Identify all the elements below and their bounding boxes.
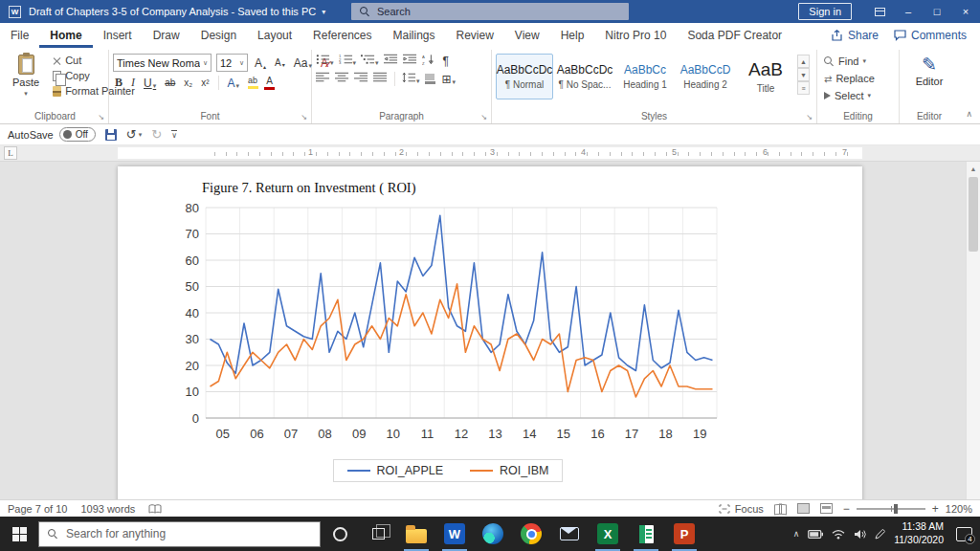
chart-legend[interactable]: ROI_APPLE ROI_IBM — [333, 459, 564, 482]
change-case-button[interactable]: Aa▾ — [292, 56, 314, 70]
action-center-button[interactable]: 4 — [956, 527, 972, 541]
scroll-up-icon[interactable]: ▲ — [967, 162, 980, 176]
save-button[interactable] — [105, 129, 117, 141]
chart-block[interactable]: 0102030405060708005060708091011121314151… — [171, 200, 724, 482]
minimize-button[interactable]: – — [894, 0, 923, 23]
green-document-app-button[interactable] — [627, 517, 665, 551]
tab-design[interactable]: Design — [190, 23, 247, 48]
undo-button[interactable]: ↺▾ — [126, 127, 142, 142]
powerpoint-button[interactable]: P — [665, 517, 703, 551]
tab-nitro-pro[interactable]: Nitro Pro 10 — [594, 23, 677, 48]
tab-soda-pdf[interactable]: Soda PDF Creator — [677, 23, 792, 48]
font-name-combo[interactable]: Times New Roma∨ — [113, 54, 212, 72]
share-button[interactable]: Share — [831, 29, 879, 42]
zoom-slider-handle[interactable] — [894, 504, 898, 514]
legend-item-apple[interactable]: ROI_APPLE — [347, 464, 443, 477]
horizontal-ruler[interactable]: L 1 2 3 4 5 6 7 — [0, 145, 980, 162]
document-canvas[interactable]: Figure 7. Return on Investment ( ROI) 01… — [0, 162, 980, 499]
superscript-button[interactable]: x² — [199, 77, 211, 88]
legend-item-ibm[interactable]: ROI_IBM — [470, 464, 548, 477]
tab-file[interactable]: File — [0, 23, 39, 48]
numbering-button[interactable]: 123▾ — [339, 54, 357, 68]
tab-review[interactable]: Review — [446, 23, 504, 48]
print-layout-button[interactable] — [797, 503, 810, 514]
find-button[interactable]: Find▾ — [821, 55, 878, 68]
roi-line-chart[interactable]: 0102030405060708005060708091011121314151… — [171, 200, 724, 456]
highlight-button[interactable]: ab — [246, 77, 259, 89]
borders-button[interactable]: ⊞▾ — [440, 73, 458, 86]
styles-scroll-up-icon[interactable]: ▲ — [797, 55, 810, 68]
autosave-toggle[interactable]: AutoSave Off — [8, 127, 96, 142]
subscript-button[interactable]: x₂ — [182, 77, 194, 88]
sign-in-button[interactable]: Sign in — [798, 3, 852, 20]
title-dropdown-icon[interactable]: ▾ — [322, 8, 325, 16]
styles-scroll-down-icon[interactable]: ▼ — [797, 68, 810, 81]
show-hide-marks-button[interactable]: ¶ — [441, 55, 451, 68]
tab-view[interactable]: View — [504, 23, 550, 48]
font-size-combo[interactable]: 12∨ — [216, 54, 248, 72]
decrease-indent-button[interactable] — [384, 54, 398, 68]
paragraph-dialog-launcher-icon[interactable]: ↘ — [480, 114, 487, 121]
word-taskbar-button[interactable]: W — [435, 517, 474, 551]
paste-button[interactable]: Paste ▾ — [6, 52, 46, 100]
tab-mailings[interactable]: Mailings — [382, 23, 445, 48]
zoom-slider[interactable] — [857, 508, 925, 510]
replace-button[interactable]: ⇄Replace — [821, 72, 878, 85]
clock[interactable]: 11:38 AM 11/30/2020 — [894, 520, 944, 546]
shrink-font-button[interactable]: A▾ — [273, 57, 287, 68]
line-spacing-button[interactable]: ▾ — [402, 72, 420, 86]
customize-qat-icon[interactable]: ∨ — [171, 130, 177, 140]
editor-button[interactable]: ✎ Editor — [908, 52, 951, 91]
tab-layout[interactable]: Layout — [247, 23, 302, 48]
shading-button[interactable] — [425, 74, 435, 84]
volume-icon[interactable] — [854, 529, 866, 540]
styles-gallery-expand-icon[interactable]: ≡ — [797, 81, 810, 95]
underline-button[interactable]: U▾ — [142, 77, 158, 90]
sort-button[interactable]: AZ — [422, 54, 436, 68]
style-heading-2[interactable]: AaBbCcD Heading 2 — [677, 54, 734, 99]
align-center-button[interactable] — [335, 72, 349, 86]
pen-icon[interactable] — [875, 529, 885, 540]
tab-help[interactable]: Help — [550, 23, 595, 48]
bold-button[interactable]: B — [113, 76, 124, 90]
collapse-ribbon-icon[interactable]: ∧ — [966, 109, 972, 119]
align-right-button[interactable] — [354, 72, 368, 86]
tab-draw[interactable]: Draw — [143, 23, 190, 48]
cortana-button[interactable] — [321, 517, 359, 551]
zoom-out-button[interactable]: − — [843, 502, 850, 516]
style-normal[interactable]: AaBbCcDc ¶ Normal — [496, 54, 553, 99]
select-button[interactable]: Select▾ — [821, 89, 878, 102]
grow-font-button[interactable]: A▴ — [253, 56, 268, 70]
clipboard-dialog-launcher-icon[interactable]: ↘ — [98, 114, 104, 121]
multilevel-list-button[interactable]: ▾ — [361, 54, 379, 68]
taskbar-search-input[interactable]: Search for anything — [38, 521, 321, 547]
style-no-spacing[interactable]: AaBbCcDc ¶ No Spac... — [556, 54, 613, 99]
close-button[interactable]: × — [951, 0, 980, 23]
scrollbar-thumb[interactable] — [969, 177, 978, 252]
italic-button[interactable]: I — [129, 76, 137, 90]
redo-button[interactable]: ↻ — [151, 127, 162, 142]
increase-indent-button[interactable] — [403, 54, 417, 68]
web-layout-button[interactable] — [820, 503, 833, 514]
titlebar-search[interactable]: Search — [351, 3, 629, 20]
chrome-button[interactable] — [512, 517, 550, 551]
style-title[interactable]: AaB Title — [737, 54, 794, 99]
task-view-button[interactable] — [359, 517, 397, 551]
tab-stop-selector[interactable]: L — [4, 146, 17, 160]
start-button[interactable] — [0, 517, 38, 551]
file-explorer-button[interactable] — [397, 517, 435, 551]
tray-expand-icon[interactable]: ∧ — [793, 529, 800, 539]
proofing-icon[interactable] — [148, 504, 162, 514]
vertical-scrollbar[interactable]: ▲ — [966, 162, 980, 499]
font-dialog-launcher-icon[interactable]: ↘ — [301, 114, 307, 121]
wifi-icon[interactable] — [832, 529, 845, 540]
justify-button[interactable] — [373, 72, 388, 86]
battery-icon[interactable] — [808, 530, 823, 539]
font-color-button[interactable]: A — [264, 77, 275, 90]
styles-dialog-launcher-icon[interactable]: ↘ — [806, 114, 813, 121]
edge-button[interactable] — [474, 517, 512, 551]
document-page[interactable]: Figure 7. Return on Investment ( ROI) 01… — [118, 166, 862, 499]
focus-mode-button[interactable]: Focus — [719, 503, 764, 515]
strikethrough-button[interactable]: ab — [163, 77, 177, 88]
align-left-button[interactable] — [316, 72, 330, 86]
